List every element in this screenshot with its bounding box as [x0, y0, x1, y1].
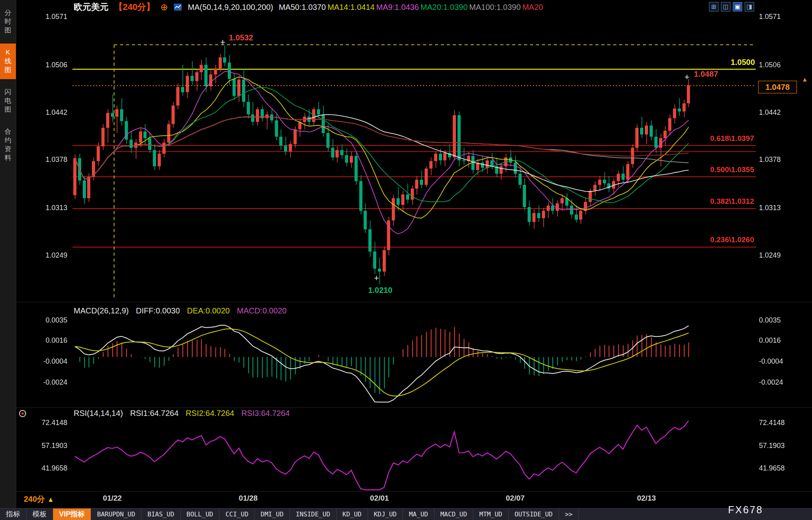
low-marker-cross: +: [374, 274, 379, 283]
panel-separator: [16, 491, 812, 492]
axis-tick-label: 57.1903: [14, 441, 67, 450]
indicator-toolbar: 指标模板VIP指标BARUPDN_UDBIAS_UDBOLL_UDCCI_UDD…: [0, 508, 812, 520]
fib-level-label: 0.236\1.0260: [710, 235, 754, 244]
panel-separator: [16, 302, 812, 302]
rsi-header-value: RSI1:64.7264: [130, 409, 179, 418]
fib-level-label: 0.382\1.0312: [710, 197, 754, 206]
sidebar-item-kline-chart[interactable]: K 线 图: [0, 44, 16, 79]
axis-tick-label: 0.0035: [14, 315, 67, 325]
date-tick-label: 02/13: [629, 494, 664, 503]
date-tick-label: 01/28: [231, 494, 266, 503]
macd-header: MACD(26,12,9)DIFF:0.0030DEA:0.0020MACD:0…: [74, 306, 287, 315]
add-indicator-icon[interactable]: ⊕: [160, 2, 168, 13]
axis-tick-label: 57.1903: [759, 441, 806, 450]
ma-value-label: MA20: [522, 3, 543, 11]
fib-level-label: 0.500\1.0355: [710, 165, 754, 174]
macd-header-value: MACD(26,12,9): [74, 306, 129, 315]
toolbar-tab-bias-ud[interactable]: BIAS_UD: [141, 509, 180, 520]
ma-value-label: MA14:1.0414: [328, 3, 375, 11]
recent-high-price-label: 1.0487: [694, 70, 718, 79]
main-price-chart[interactable]: [72, 13, 756, 300]
rsi-header: RSI(14,14,14)RSI1:64.7264RSI2:64.7264RSI…: [74, 409, 290, 418]
toolbar-tab-macd-ud[interactable]: MACD_UD: [435, 509, 473, 520]
axis-tick-label: 1.0313: [759, 203, 806, 213]
fib-level-label: 0.618\1.0397: [710, 134, 754, 143]
axis-tick-label: -0.0004: [759, 357, 806, 366]
chart-header: 欧元美元 【240分】 ⊕ MA(50,14,9,20,100,200) MA5…: [74, 1, 545, 13]
ma-values: MA50:1.0370MA14:1.0414MA9:1.0436MA20:1.0…: [279, 2, 545, 12]
toolbar-tab-barupdn-ud[interactable]: BARUPDN_UD: [91, 509, 141, 520]
date-tick-label: 01/22: [95, 494, 130, 503]
axis-tick-label: 1.0249: [759, 251, 806, 260]
layout-grid-icon[interactable]: ⊞: [709, 2, 719, 11]
toolbar-tab-inside-ud[interactable]: INSIDE_UD: [290, 509, 337, 520]
timeframe-arrow-icon: ▲: [47, 496, 54, 503]
axis-tick-label: 41.9658: [14, 463, 67, 473]
axis-tick-label: -0.0024: [759, 378, 806, 387]
date-tick-label: 02/07: [497, 494, 533, 503]
toolbar-tab-outside-ud[interactable]: OUTSIDE_UD: [509, 509, 559, 520]
timeframe-label[interactable]: 240分▲: [24, 494, 54, 505]
period-badge[interactable]: 【240分】: [114, 1, 155, 13]
high-price-label: 1.0532: [229, 33, 253, 42]
rsi-header-value: RSI3:64.7264: [241, 409, 290, 418]
brand-watermark: FX678: [728, 504, 763, 516]
macd-indicator-chart[interactable]: [72, 317, 756, 404]
axis-tick-label: 1.0378: [759, 155, 806, 164]
recent-high-marker-cross: +: [684, 73, 690, 82]
toolbar-tab-indicators[interactable]: 指标: [0, 509, 27, 520]
price-alert-arrow-icon: ▲: [802, 76, 808, 83]
axis-tick-label: 41.9658: [759, 463, 806, 473]
sidebar-item-timeshare-chart[interactable]: 分 时 图: [0, 4, 16, 40]
axis-tick-label: 1.0442: [759, 108, 806, 117]
axis-tick-label: 1.0571: [14, 12, 67, 21]
toolbar-tab-more[interactable]: >>: [559, 509, 579, 520]
toolbar-tab-mtm-ud[interactable]: MTM_UD: [473, 509, 509, 520]
ma-value-label: MA100:1.0390: [469, 3, 521, 11]
current-price-box: 1.0478: [758, 81, 797, 93]
active-chart-icon[interactable]: ▣: [733, 2, 742, 11]
rsi-header-value: RSI2:64.7264: [186, 409, 234, 418]
resistance-price-label: 1.0500: [723, 58, 755, 67]
date-tick-label: 02/01: [362, 494, 397, 503]
chart-type-icon[interactable]: [173, 3, 182, 11]
low-price-label: 1.0210: [364, 286, 397, 295]
multi-window-icon[interactable]: ◫: [721, 2, 730, 11]
axis-tick-label: 1.0249: [14, 251, 67, 260]
axis-tick-label: 1.0506: [14, 60, 67, 70]
macd-header-value: DEA:0.0020: [187, 306, 230, 315]
ma-value-label: MA50:1.0370: [279, 3, 326, 11]
toolbar-tab-templates[interactable]: 模板: [27, 509, 53, 520]
instrument-title: 欧元美元: [74, 1, 109, 13]
axis-tick-label: 1.0506: [759, 60, 806, 70]
sidebar: 分 时 图K 线 图闪 电 图合 约 资 料: [0, 0, 16, 520]
rsi-indicator-chart[interactable]: [72, 419, 756, 491]
sidebar-item-lightning-chart[interactable]: 闪 电 图: [0, 83, 16, 119]
high-marker-cross: +: [220, 38, 225, 47]
axis-tick-label: -0.0024: [14, 378, 67, 387]
axis-tick-label: 0.0016: [14, 336, 67, 345]
axis-tick-label: -0.0004: [14, 357, 67, 366]
ma-params-label: MA(50,14,9,20,100,200): [188, 3, 273, 12]
macd-header-value: DIFF:0.0030: [136, 306, 180, 315]
toolbar-tab-boll-ud[interactable]: BOLL_UD: [181, 509, 219, 520]
layout-icons: ⊞◫▣◨: [709, 2, 754, 11]
axis-tick-label: 1.0313: [14, 203, 67, 213]
macd-header-value: MACD:0.0020: [237, 306, 287, 315]
axis-tick-label: 1.0442: [14, 108, 67, 117]
toolbar-tab-kdj-ud[interactable]: KDJ_UD: [368, 509, 403, 520]
toolbar-tab-vip-indicators[interactable]: VIP指标: [53, 509, 91, 520]
rsi-header-value: RSI(14,14,14): [74, 409, 123, 418]
axis-tick-label: 72.4148: [759, 418, 806, 427]
axis-tick-label: 0.0035: [759, 315, 806, 325]
expand-panel-icon[interactable]: ◨: [745, 2, 754, 11]
panel-separator: [16, 407, 812, 408]
toolbar-tab-dmi-ud[interactable]: DMI_UD: [255, 509, 290, 520]
toolbar-tab-kd-ud[interactable]: KD_UD: [337, 509, 368, 520]
axis-tick-label: 1.0571: [759, 12, 806, 21]
sidebar-item-contract-info[interactable]: 合 约 资 料: [0, 123, 16, 167]
toolbar-tab-cci-ud[interactable]: CCI_UD: [219, 509, 255, 520]
axis-tick-label: 1.0378: [14, 155, 67, 164]
target-marker-icon[interactable]: [19, 410, 26, 417]
toolbar-tab-ma-ud[interactable]: MA_UD: [403, 509, 434, 520]
